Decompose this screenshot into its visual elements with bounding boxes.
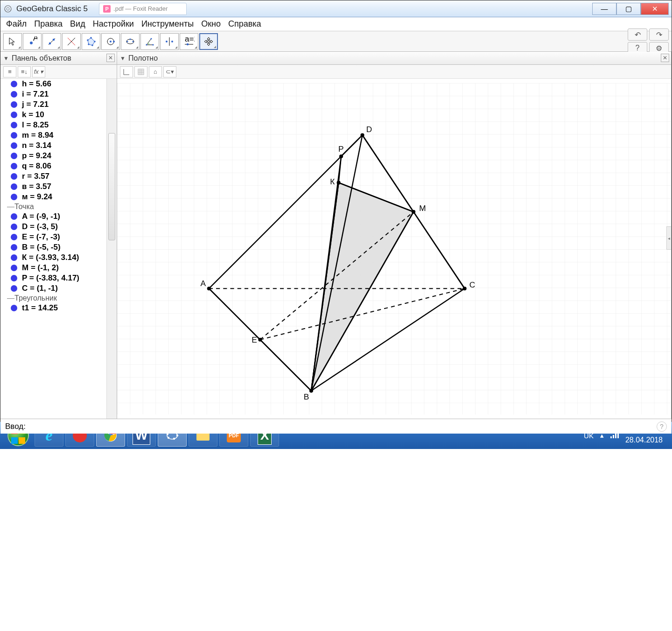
algebra-item[interactable]: p = 9.24 bbox=[0, 151, 106, 161]
svg-line-42 bbox=[260, 212, 413, 340]
algebra-scrollbar[interactable] bbox=[106, 79, 117, 419]
algebra-item[interactable]: M = (-1, 2) bbox=[0, 263, 106, 273]
tool-slider[interactable]: a=2 bbox=[180, 33, 198, 50]
svg-point-80 bbox=[173, 438, 175, 440]
svg-point-59 bbox=[207, 287, 211, 290]
browser-tab-label: .pdf — Foxit Reader bbox=[113, 5, 168, 12]
svg-text:A: A bbox=[201, 279, 206, 288]
svg-point-73 bbox=[339, 154, 343, 158]
algebra-item[interactable]: t1 = 14.25 bbox=[0, 303, 106, 313]
undo-button[interactable]: ↶ bbox=[628, 28, 647, 41]
svg-line-56 bbox=[339, 182, 414, 211]
window-title: GeoGebra Classic 5 bbox=[16, 4, 88, 14]
algebra-item[interactable]: D = (-3, 5) bbox=[0, 222, 106, 232]
algebra-item[interactable]: k = 10 bbox=[0, 110, 106, 120]
algebra-item[interactable]: l = 8.25 bbox=[0, 120, 106, 130]
collapse-right-icon[interactable]: ◂ bbox=[666, 226, 671, 250]
tool-perpendicular[interactable] bbox=[62, 33, 81, 50]
close-button[interactable]: ✕ bbox=[641, 3, 669, 15]
grid-icon[interactable] bbox=[134, 66, 147, 77]
sort-icon[interactable]: ≡ bbox=[3, 66, 16, 77]
titlebar[interactable]: GeoGebra Classic 5 P .pdf — Foxit Reader… bbox=[0, 0, 672, 17]
algebra-item[interactable]: r = 3.57 bbox=[0, 171, 106, 182]
menu-window[interactable]: Окно bbox=[198, 18, 224, 30]
svg-point-63 bbox=[463, 287, 467, 290]
algebra-panel-header[interactable]: ▼ Панель объектов ✕ bbox=[0, 52, 117, 65]
svg-point-14 bbox=[87, 39, 89, 41]
tool-move-view[interactable] bbox=[199, 33, 218, 50]
svg-point-65 bbox=[360, 133, 364, 137]
tool-transform[interactable] bbox=[160, 33, 179, 50]
command-input[interactable] bbox=[29, 421, 653, 433]
svg-point-22 bbox=[146, 44, 147, 45]
algebra-item[interactable]: m = 8.94 bbox=[0, 130, 106, 140]
menu-settings[interactable]: Настройки bbox=[90, 18, 137, 30]
tool-move[interactable] bbox=[3, 33, 22, 50]
svg-text:B: B bbox=[304, 392, 309, 401]
svg-rect-86 bbox=[613, 435, 614, 438]
svg-text:P: P bbox=[338, 144, 344, 154]
algebra-item[interactable]: C = (1, -1) bbox=[0, 283, 106, 294]
section-header[interactable]: —Треугольник bbox=[0, 294, 106, 303]
tool-point[interactable]: A bbox=[23, 33, 42, 50]
tray-date[interactable]: 28.04.2018 bbox=[625, 435, 663, 444]
menu-help[interactable]: Справка bbox=[225, 18, 264, 30]
minimize-button[interactable]: — bbox=[592, 3, 616, 15]
tool-angle[interactable] bbox=[140, 33, 159, 50]
input-bar: Ввод: ? bbox=[0, 419, 672, 434]
algebra-item[interactable]: h = 5.66 bbox=[0, 79, 106, 89]
axes-icon[interactable] bbox=[120, 66, 133, 77]
svg-text:A: A bbox=[33, 36, 37, 42]
algebra-close-button[interactable]: ✕ bbox=[106, 54, 115, 62]
section-header[interactable]: —Точка bbox=[0, 202, 106, 211]
collapse-icon: ▼ bbox=[3, 55, 9, 62]
svg-line-50 bbox=[311, 288, 465, 391]
scrollbar-handle[interactable] bbox=[108, 133, 115, 240]
home-icon[interactable]: ⌂ bbox=[149, 66, 162, 77]
svg-line-48 bbox=[363, 135, 414, 212]
menu-file[interactable]: Файл bbox=[3, 18, 29, 30]
svg-point-20 bbox=[132, 41, 133, 42]
snap-icon[interactable]: ⊂▾ bbox=[163, 66, 176, 77]
algebra-item[interactable]: n = 3.14 bbox=[0, 140, 106, 151]
algebra-item[interactable]: м = 9.24 bbox=[0, 192, 106, 202]
menu-view[interactable]: Вид bbox=[67, 18, 88, 30]
input-help-icon[interactable]: ? bbox=[657, 421, 667, 432]
fx-icon[interactable]: fx ▾ bbox=[32, 66, 45, 77]
menu-edit[interactable]: Правка bbox=[31, 18, 65, 30]
algebra-item[interactable]: в = 3.57 bbox=[0, 182, 106, 192]
svg-point-10 bbox=[90, 37, 92, 39]
app-icon bbox=[3, 4, 13, 14]
svg-line-57 bbox=[311, 156, 341, 391]
menu-tools[interactable]: Инструменты bbox=[139, 18, 196, 30]
redo-button[interactable]: ↷ bbox=[649, 28, 669, 41]
svg-line-54 bbox=[413, 212, 465, 288]
collapse-icon: ▼ bbox=[120, 55, 126, 62]
graphics-panel-header[interactable]: ▼ Полотно ✕ bbox=[117, 52, 671, 65]
svg-point-30 bbox=[187, 43, 189, 45]
svg-line-49 bbox=[311, 135, 363, 391]
algebra-item[interactable]: j = 7.21 bbox=[0, 99, 106, 110]
algebra-item[interactable]: i = 7.21 bbox=[0, 89, 106, 99]
algebra-item[interactable]: q = 8.06 bbox=[0, 161, 106, 171]
svg-point-81 bbox=[168, 437, 169, 439]
svg-text:M: M bbox=[419, 203, 426, 213]
background-browser-tab[interactable]: P .pdf — Foxit Reader bbox=[99, 3, 187, 15]
tool-line[interactable] bbox=[42, 33, 61, 50]
tool-conic[interactable] bbox=[121, 33, 140, 50]
graphics-close-button[interactable]: ✕ bbox=[661, 54, 669, 62]
algebra-item[interactable]: P = (-3.83, 4.17) bbox=[0, 273, 106, 283]
main-toolbar: A a=2 ↶ ↷ ? ⚙ bbox=[0, 31, 672, 52]
tool-circle[interactable] bbox=[101, 33, 120, 50]
algebra-item[interactable]: B = (-5, -5) bbox=[0, 242, 106, 252]
tool-polygon[interactable] bbox=[82, 33, 100, 50]
algebra-item[interactable]: К = (-3.93, 3.14) bbox=[0, 252, 106, 263]
algebra-item[interactable]: E = (-7, -3) bbox=[0, 232, 106, 242]
sort-down-icon[interactable]: ≡↓ bbox=[18, 66, 31, 77]
svg-line-43 bbox=[363, 135, 414, 212]
svg-point-23 bbox=[152, 44, 154, 45]
algebra-item[interactable]: A = (-9, -1) bbox=[0, 211, 106, 222]
maximize-button[interactable]: ▢ bbox=[616, 3, 641, 15]
graphics-canvas[interactable]: ABCDEКMP ◂ bbox=[117, 79, 671, 419]
svg-point-16 bbox=[110, 41, 112, 42]
